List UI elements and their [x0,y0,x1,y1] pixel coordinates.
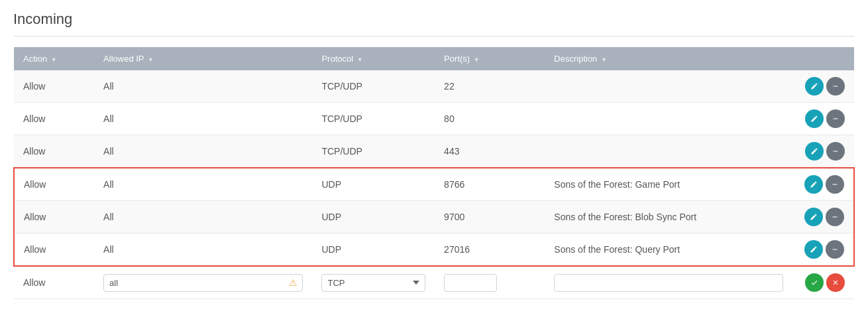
table-row: AllowAllTCP/UDP22 [14,70,854,103]
table-row: AllowAllTCP/UDP443 [14,135,854,168]
col-description[interactable]: Description ▼ [545,47,792,70]
sort-icon: ▼ [357,56,363,63]
edit-button[interactable] [805,77,824,96]
edit-button[interactable] [805,142,824,161]
new-row-ip-input[interactable] [103,274,303,292]
cell-ports: 80 [435,103,545,135]
new-row-description-input[interactable] [554,274,783,292]
table-header: Action ▼ Allowed IP ▼ Protocol ▼ Port(s)… [14,47,854,70]
cell-description [545,70,792,103]
table-row: AllowAllUDP9700Sons of the Forest: Blob … [14,201,854,234]
table-row: AllowAllUDP8766Sons of the Forest: Game … [14,168,854,201]
firewall-rules-table: Action ▼ Allowed IP ▼ Protocol ▼ Port(s)… [13,47,855,299]
cell-description [545,135,792,168]
cell-action: Allow [14,168,94,201]
cell-allowed-ip: All [94,201,312,234]
remove-button[interactable] [826,109,845,128]
actions-cell [792,70,854,103]
actions-cell [792,201,854,234]
new-row-protocol-select[interactable]: TCPUDPTCP/UDPICMP [321,274,425,292]
col-protocol[interactable]: Protocol ▼ [312,47,435,70]
actions-cell [792,135,854,168]
remove-button[interactable] [826,77,845,96]
col-ports[interactable]: Port(s) ▼ [435,47,545,70]
header-row: Action ▼ Allowed IP ▼ Protocol ▼ Port(s)… [14,47,854,70]
cell-ports: 27016 [435,234,545,267]
cell-description [545,103,792,135]
cell-protocol: TCP/UDP [312,103,435,135]
edit-button[interactable] [804,240,823,259]
new-row-action: Allow [14,266,94,299]
new-row-ip-cell: ⚠ [94,266,312,299]
cell-ports: 8766 [435,168,545,201]
warning-icon: ⚠ [289,277,298,288]
cell-allowed-ip: All [94,103,312,135]
remove-button[interactable] [826,142,845,161]
cell-protocol: TCP/UDP [312,70,435,103]
new-row-ports-input[interactable] [444,274,497,292]
confirm-button[interactable] [805,273,824,292]
cell-protocol: UDP [312,234,435,267]
new-row-actions-cell [792,266,854,299]
new-row-ports-cell [435,266,545,299]
edit-button[interactable] [805,109,824,128]
page-title: Incoming [13,11,855,36]
sort-icon: ▼ [148,56,154,63]
col-action[interactable]: Action ▼ [14,47,94,70]
cell-protocol: UDP [312,201,435,234]
new-row-description-cell [545,266,792,299]
sort-icon: ▼ [51,56,57,63]
table-row: AllowAllUDP27016Sons of the Forest: Quer… [14,234,854,267]
cell-description: Sons of the Forest: Game Port [545,168,792,201]
table-body: AllowAllTCP/UDP22AllowAllTCP/UDP80AllowA… [14,70,854,299]
cell-protocol: UDP [312,168,435,201]
cell-description: Sons of the Forest: Query Port [545,234,792,267]
cell-protocol: TCP/UDP [312,135,435,168]
cell-action: Allow [14,135,94,168]
actions-cell [792,168,854,201]
sort-icon: ▼ [474,56,480,63]
cell-allowed-ip: All [94,234,312,267]
cell-ports: 9700 [435,201,545,234]
table-row: AllowAllTCP/UDP80 [14,103,854,135]
cell-allowed-ip: All [94,135,312,168]
cell-action: Allow [14,234,94,267]
sort-icon: ▼ [601,56,607,63]
col-allowed-ip[interactable]: Allowed IP ▼ [94,47,312,70]
remove-button[interactable] [826,175,844,194]
edit-button[interactable] [804,175,823,194]
cell-action: Allow [14,70,94,103]
cell-action: Allow [14,201,94,234]
cell-action: Allow [14,103,94,135]
actions-cell [792,234,854,267]
cancel-button[interactable] [826,273,845,292]
col-actions-header [792,47,854,70]
remove-button[interactable] [826,208,844,226]
remove-button[interactable] [826,240,844,259]
cell-ports: 443 [435,135,545,168]
new-row-protocol-cell: TCPUDPTCP/UDPICMP [312,266,435,299]
new-rule-row: Allow⚠TCPUDPTCP/UDPICMP [14,266,854,299]
cell-ports: 22 [435,70,545,103]
actions-cell [792,103,854,135]
cell-allowed-ip: All [94,168,312,201]
edit-button[interactable] [804,208,823,226]
cell-description: Sons of the Forest: Blob Sync Port [545,201,792,234]
cell-allowed-ip: All [94,70,312,103]
